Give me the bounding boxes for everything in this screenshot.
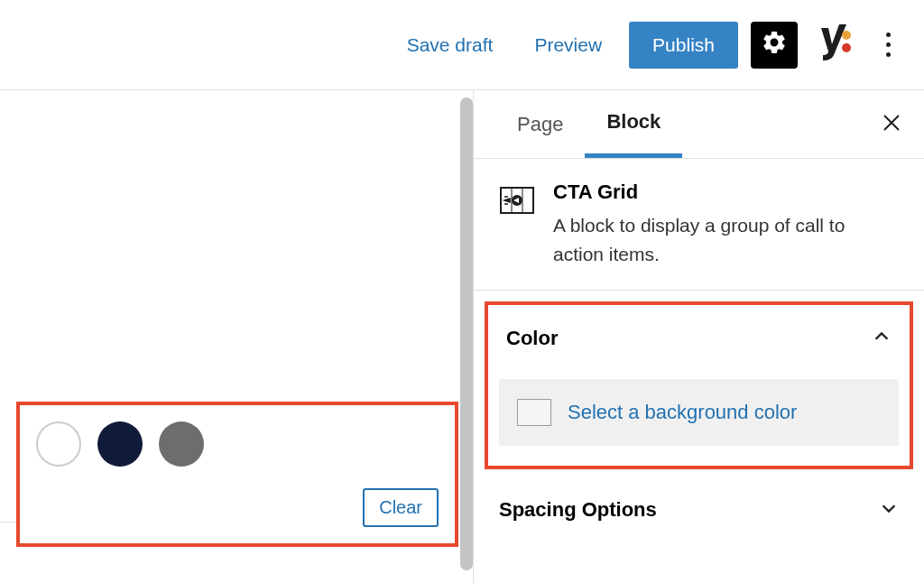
swatch-navy[interactable]	[97, 421, 143, 467]
close-sidebar-button[interactable]	[881, 112, 902, 137]
sidebar-tabs: Page Block	[474, 90, 924, 159]
tab-block[interactable]: Block	[585, 90, 682, 158]
chevron-down-icon	[879, 498, 899, 522]
spacing-panel-title: Spacing Options	[499, 498, 657, 522]
color-swatches	[36, 421, 439, 467]
divider	[0, 522, 16, 523]
color-panel-toggle[interactable]: Color	[492, 309, 906, 368]
publish-button[interactable]: Publish	[629, 22, 738, 69]
block-description: A block to display a group of call to ac…	[553, 211, 899, 268]
color-panel-title: Color	[506, 327, 558, 350]
empty-swatch-icon	[517, 399, 551, 426]
svg-point-0	[842, 31, 851, 40]
block-title: CTA Grid	[553, 180, 899, 204]
save-draft-button[interactable]: Save draft	[393, 23, 508, 67]
swatch-gray[interactable]	[159, 421, 204, 467]
editor-toolbar: Save draft Preview Publish	[0, 0, 924, 90]
background-color-selector[interactable]: Select a background color	[499, 379, 899, 446]
block-info: CTA Grid A block to display a group of c…	[474, 159, 924, 291]
settings-button[interactable]	[751, 22, 798, 69]
scrollbar[interactable]	[460, 97, 473, 570]
chevron-up-icon	[872, 327, 892, 350]
spacing-panel: Spacing Options	[485, 480, 913, 540]
gear-icon	[761, 29, 788, 60]
svg-point-1	[842, 43, 851, 52]
color-picker-popover: Clear	[16, 402, 458, 547]
clear-color-button[interactable]: Clear	[363, 488, 439, 527]
select-bg-color-label: Select a background color	[568, 401, 797, 424]
spacing-panel-toggle[interactable]: Spacing Options	[485, 480, 913, 540]
yoast-button[interactable]	[810, 22, 857, 69]
settings-sidebar: Page Block CTA Gri	[473, 90, 924, 583]
more-vertical-icon	[886, 32, 891, 57]
color-panel: Color Select a background color	[485, 301, 913, 469]
more-options-button[interactable]	[870, 22, 906, 69]
swatch-white[interactable]	[36, 421, 81, 467]
tab-page[interactable]: Page	[495, 93, 585, 156]
yoast-icon	[814, 23, 854, 67]
close-icon	[881, 121, 902, 136]
cta-grid-icon	[499, 182, 535, 218]
preview-button[interactable]: Preview	[520, 23, 616, 67]
